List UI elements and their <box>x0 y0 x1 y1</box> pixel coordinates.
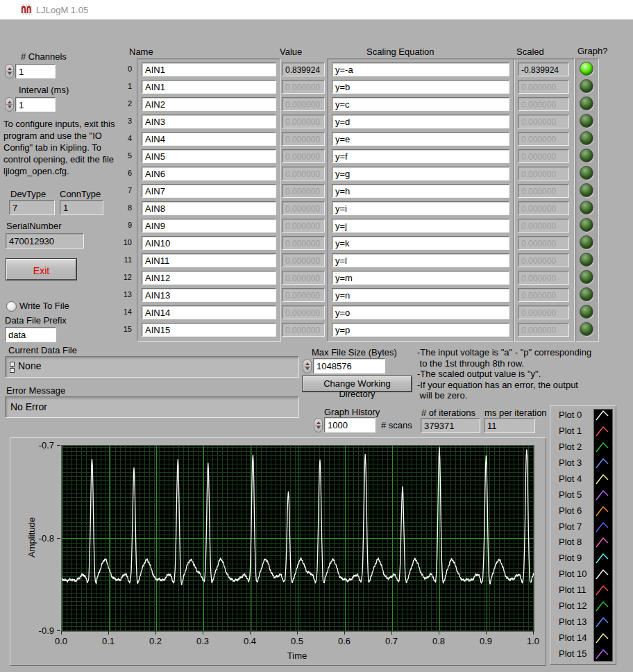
channel-name-input[interactable]: AIN3 <box>142 115 276 128</box>
exit-button[interactable]: Exit <box>6 259 76 280</box>
legend-plot-label[interactable]: Plot 8 <box>559 537 582 547</box>
graph-enable-led[interactable] <box>580 322 593 336</box>
legend-plot-label[interactable]: Plot 11 <box>559 585 586 595</box>
legend-plot-label[interactable]: Plot 1 <box>559 426 582 436</box>
scaling-equation-input[interactable]: y=h <box>332 184 509 198</box>
legend-line-sample[interactable] <box>594 424 611 438</box>
graph-enable-led[interactable] <box>580 131 593 145</box>
graph-enable-led[interactable] <box>580 114 593 128</box>
graph-history-stepper[interactable] <box>314 418 323 432</box>
graph-enable-led[interactable] <box>580 183 593 197</box>
scaling-equation-input[interactable]: y=c <box>332 97 509 111</box>
channel-name-input[interactable]: AIN1 <box>142 62 276 76</box>
change-working-directory-button[interactable]: Change Working Directory <box>303 376 412 392</box>
scaling-equation-input[interactable]: y=d <box>332 115 509 128</box>
legend-line-sample[interactable] <box>594 456 611 470</box>
write-to-file-radio[interactable] <box>6 301 17 312</box>
legend-plot-label[interactable]: Plot 10 <box>559 569 586 579</box>
scaling-equation-input[interactable]: y=n <box>332 288 509 302</box>
legend-plot-label[interactable]: Plot 15 <box>559 648 586 659</box>
legend-line-sample[interactable] <box>594 631 611 645</box>
legend-line-sample[interactable] <box>594 520 611 534</box>
graph-enable-led[interactable] <box>580 235 593 249</box>
channel-name-input[interactable]: AIN9 <box>142 219 276 233</box>
graph-enable-led[interactable] <box>580 201 593 215</box>
x-tick-mark <box>344 631 345 635</box>
graph-enable-led[interactable] <box>580 62 593 76</box>
graph-enable-led[interactable] <box>580 218 593 232</box>
channel-name-input[interactable]: AIN5 <box>142 149 276 163</box>
channel-name-input[interactable]: AIN2 <box>142 97 276 111</box>
max-file-size-input[interactable]: 1048576 <box>313 358 385 373</box>
legend-line-sample[interactable] <box>594 647 611 661</box>
graph-enable-led[interactable] <box>580 287 593 301</box>
interval-input[interactable]: 1 <box>15 97 56 112</box>
scaling-equation-input[interactable]: y=l <box>332 253 509 267</box>
scaling-equation-input[interactable]: y=p <box>332 323 509 337</box>
interval-stepper[interactable] <box>5 97 14 112</box>
ljlogm-window: LJLogM 1.05 # Channels 1 Interval (ms) 1… <box>0 0 633 672</box>
graph-enable-led[interactable] <box>580 305 593 319</box>
legend-plot-label[interactable]: Plot 9 <box>559 553 582 563</box>
legend-plot-label[interactable]: Plot 5 <box>559 489 582 500</box>
channel-name-input[interactable]: AIN8 <box>142 201 276 215</box>
row-index: 6 <box>117 169 132 177</box>
legend-line-sample[interactable] <box>594 504 611 518</box>
scaling-equation-input[interactable]: y=k <box>332 236 509 250</box>
legend-line-sample[interactable] <box>594 440 611 454</box>
legend-plot-label[interactable]: Plot 14 <box>559 632 586 643</box>
max-file-size-stepper[interactable] <box>303 359 312 373</box>
scaling-equation-input[interactable]: y=j <box>332 219 509 233</box>
channel-name-input[interactable]: AIN12 <box>142 271 276 285</box>
channel-name-input[interactable]: AIN6 <box>142 167 276 180</box>
channel-name-input[interactable]: AIN15 <box>142 323 276 337</box>
channel-name-input[interactable]: AIN11 <box>142 253 276 267</box>
channel-name-input[interactable]: AIN10 <box>142 236 276 250</box>
legend-line-sample[interactable] <box>594 551 611 565</box>
app-logo-icon <box>21 4 32 15</box>
channel-name-input[interactable]: AIN14 <box>142 305 276 319</box>
legend-line-sample[interactable] <box>594 615 611 629</box>
channels-stepper[interactable] <box>5 64 14 78</box>
legend-line-sample[interactable] <box>594 567 611 581</box>
legend-plot-label[interactable]: Plot 7 <box>559 521 582 532</box>
scaling-equation-input[interactable]: y=-a <box>332 62 509 76</box>
scaling-equation-input[interactable]: y=b <box>332 80 509 94</box>
channels-input[interactable]: 1 <box>15 64 56 78</box>
legend-plot-label[interactable]: Plot 2 <box>559 442 582 452</box>
channel-name-input[interactable]: AIN13 <box>142 288 276 302</box>
legend-plot-label[interactable]: Plot 12 <box>559 600 586 611</box>
legend-line-sample[interactable] <box>594 408 611 422</box>
legend-plot-label[interactable]: Plot 0 <box>559 410 582 420</box>
legend-plot-label[interactable]: Plot 3 <box>559 457 582 468</box>
legend-line-sample[interactable] <box>594 472 611 486</box>
channel-name-input[interactable]: AIN4 <box>142 132 276 146</box>
channel-value-indicator: 0.000000 <box>282 236 325 250</box>
legend-line-sample[interactable] <box>594 583 611 597</box>
path-browse-icon[interactable] <box>9 362 15 373</box>
row-index: 1 <box>117 82 132 90</box>
channel-name-input[interactable]: AIN1 <box>142 80 276 94</box>
graph-enable-led[interactable] <box>580 149 593 162</box>
scaling-equation-input[interactable]: y=o <box>332 305 509 319</box>
graph-enable-led[interactable] <box>580 270 593 284</box>
scaling-equation-input[interactable]: y=e <box>332 132 509 146</box>
legend-plot-label[interactable]: Plot 13 <box>559 616 586 627</box>
legend-plot-label[interactable]: Plot 4 <box>559 473 582 484</box>
channel-name-input[interactable]: AIN7 <box>142 184 276 198</box>
current-data-file-path[interactable]: None <box>5 356 299 378</box>
legend-line-sample[interactable] <box>594 535 611 549</box>
data-file-prefix-input[interactable]: data <box>5 327 56 342</box>
legend-line-sample[interactable] <box>594 599 611 613</box>
scaling-equation-input[interactable]: y=i <box>332 201 509 215</box>
legend-line-sample[interactable] <box>594 488 611 502</box>
graph-enable-led[interactable] <box>580 79 593 93</box>
legend-plot-label[interactable]: Plot 6 <box>559 505 582 516</box>
scaling-equation-input[interactable]: y=f <box>332 149 509 163</box>
graph-history-input[interactable]: 1000 <box>324 417 375 432</box>
graph-enable-led[interactable] <box>580 166 593 180</box>
scaling-equation-input[interactable]: y=m <box>332 271 509 285</box>
graph-enable-led[interactable] <box>580 253 593 267</box>
graph-enable-led[interactable] <box>580 96 593 110</box>
scaling-equation-input[interactable]: y=g <box>332 167 509 180</box>
